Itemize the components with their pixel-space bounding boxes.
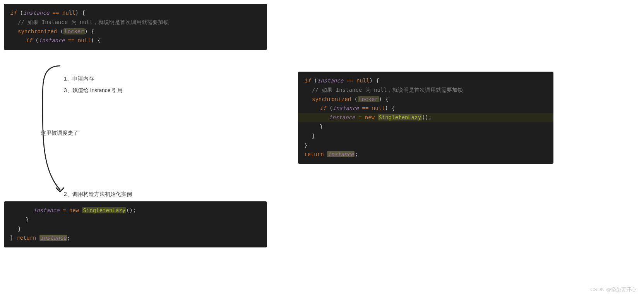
code-block-right: if (instance == null) { // 如果 Instance 为…: [298, 72, 553, 164]
annotation-interrupted: 这里被调度走了: [41, 130, 79, 137]
annotation-step2: 2、调用构造方法初始化实例: [64, 191, 132, 198]
watermark: CSDN @坚染要开心: [590, 286, 636, 293]
page-container: if (instance == null) { // 如果 Instance 为…: [0, 0, 644, 297]
annotation-step3: 3、赋值给 Instance 引用: [64, 87, 123, 94]
code-block-left-bottom: instance = new SingletenLazy(); } } } re…: [4, 201, 267, 247]
code-block-left-top: if (instance == null) { // 如果 Instance 为…: [4, 4, 267, 50]
annotation-step1: 1、申请内存: [64, 76, 94, 82]
